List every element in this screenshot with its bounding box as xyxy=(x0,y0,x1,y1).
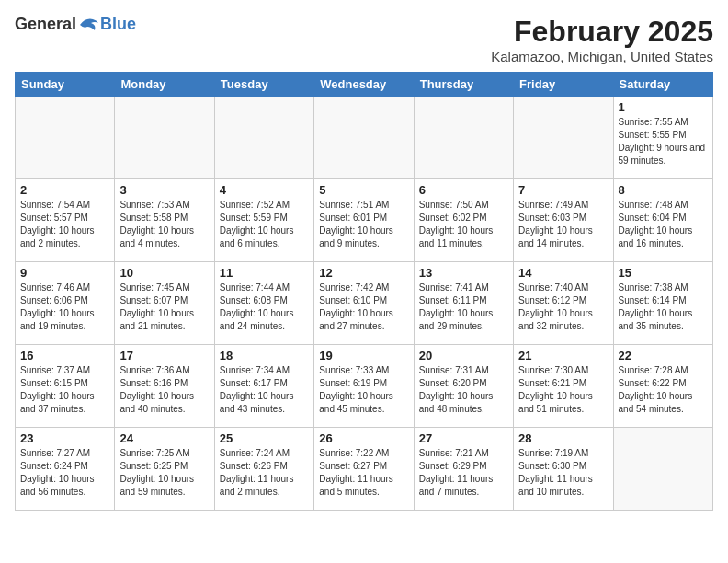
day-info: Sunrise: 7:31 AM Sunset: 6:20 PM Dayligh… xyxy=(419,364,508,416)
day-number: 13 xyxy=(419,266,508,280)
day-number: 2 xyxy=(20,183,109,197)
day-number: 16 xyxy=(20,349,109,362)
day-number: 15 xyxy=(619,266,708,280)
day-number: 5 xyxy=(319,183,408,197)
day-info: Sunrise: 7:28 AM Sunset: 6:22 PM Dayligh… xyxy=(619,364,708,416)
day-info: Sunrise: 7:37 AM Sunset: 6:15 PM Dayligh… xyxy=(20,364,109,416)
day-info: Sunrise: 7:24 AM Sunset: 6:26 PM Dayligh… xyxy=(220,447,309,499)
day-number: 9 xyxy=(20,266,109,280)
calendar-cell xyxy=(613,428,712,511)
day-info: Sunrise: 7:21 AM Sunset: 6:29 PM Dayligh… xyxy=(419,447,508,499)
calendar-cell: 19Sunrise: 7:33 AM Sunset: 6:19 PM Dayli… xyxy=(314,345,414,428)
logo: General Blue xyxy=(15,15,136,34)
day-info: Sunrise: 7:27 AM Sunset: 6:24 PM Dayligh… xyxy=(20,447,109,499)
calendar-cell: 27Sunrise: 7:21 AM Sunset: 6:29 PM Dayli… xyxy=(414,428,513,511)
calendar-cell xyxy=(214,97,313,179)
day-number: 19 xyxy=(319,349,408,362)
calendar-week-row-1: 1Sunrise: 7:55 AM Sunset: 5:55 PM Daylig… xyxy=(16,97,713,179)
day-number: 11 xyxy=(220,266,309,280)
calendar-cell: 16Sunrise: 7:37 AM Sunset: 6:15 PM Dayli… xyxy=(16,345,115,428)
weekday-header-saturday: Saturday xyxy=(613,73,712,97)
day-info: Sunrise: 7:55 AM Sunset: 5:55 PM Dayligh… xyxy=(619,116,708,167)
calendar-cell: 25Sunrise: 7:24 AM Sunset: 6:26 PM Dayli… xyxy=(214,428,313,511)
weekday-header-friday: Friday xyxy=(514,73,613,97)
day-info: Sunrise: 7:38 AM Sunset: 6:14 PM Dayligh… xyxy=(619,282,708,333)
calendar-cell: 6Sunrise: 7:50 AM Sunset: 6:02 PM Daylig… xyxy=(414,179,513,262)
day-number: 28 xyxy=(518,431,608,445)
day-number: 6 xyxy=(419,183,508,197)
calendar-cell: 20Sunrise: 7:31 AM Sunset: 6:20 PM Dayli… xyxy=(414,345,513,428)
calendar-cell: 28Sunrise: 7:19 AM Sunset: 6:30 PM Dayli… xyxy=(514,428,613,511)
day-number: 26 xyxy=(319,431,408,445)
weekday-header-tuesday: Tuesday xyxy=(214,73,313,97)
day-number: 7 xyxy=(518,183,608,197)
weekday-header-monday: Monday xyxy=(115,73,214,97)
calendar-cell: 2Sunrise: 7:54 AM Sunset: 5:57 PM Daylig… xyxy=(16,179,115,262)
calendar-cell: 15Sunrise: 7:38 AM Sunset: 6:14 PM Dayli… xyxy=(613,262,712,345)
calendar-cell: 14Sunrise: 7:40 AM Sunset: 6:12 PM Dayli… xyxy=(514,262,613,345)
day-info: Sunrise: 7:48 AM Sunset: 6:04 PM Dayligh… xyxy=(619,199,708,250)
day-info: Sunrise: 7:45 AM Sunset: 6:07 PM Dayligh… xyxy=(119,282,209,333)
day-info: Sunrise: 7:36 AM Sunset: 6:16 PM Dayligh… xyxy=(119,364,209,416)
calendar-cell: 7Sunrise: 7:49 AM Sunset: 6:03 PM Daylig… xyxy=(514,179,613,262)
calendar-cell xyxy=(115,97,214,179)
day-number: 8 xyxy=(619,183,708,197)
calendar-cell: 18Sunrise: 7:34 AM Sunset: 6:17 PM Dayli… xyxy=(214,345,313,428)
logo-bird-icon xyxy=(78,16,100,34)
day-number: 4 xyxy=(220,183,309,197)
day-number: 18 xyxy=(220,349,309,362)
calendar-cell: 4Sunrise: 7:52 AM Sunset: 5:59 PM Daylig… xyxy=(214,179,313,262)
calendar-cell xyxy=(314,97,414,179)
day-info: Sunrise: 7:54 AM Sunset: 5:57 PM Dayligh… xyxy=(20,199,109,250)
day-number: 17 xyxy=(119,349,209,362)
day-number: 1 xyxy=(619,100,708,114)
day-number: 12 xyxy=(319,266,408,280)
day-number: 10 xyxy=(119,266,209,280)
title-block: February 2025 Kalamazoo, Michigan, Unite… xyxy=(491,15,713,64)
calendar-cell: 9Sunrise: 7:46 AM Sunset: 6:06 PM Daylig… xyxy=(16,262,115,345)
weekday-header-row: SundayMondayTuesdayWednesdayThursdayFrid… xyxy=(16,73,713,97)
calendar-cell: 12Sunrise: 7:42 AM Sunset: 6:10 PM Dayli… xyxy=(314,262,414,345)
calendar-cell: 10Sunrise: 7:45 AM Sunset: 6:07 PM Dayli… xyxy=(115,262,214,345)
day-info: Sunrise: 7:52 AM Sunset: 5:59 PM Dayligh… xyxy=(220,199,309,250)
calendar-cell: 1Sunrise: 7:55 AM Sunset: 5:55 PM Daylig… xyxy=(613,97,712,179)
calendar-cell: 13Sunrise: 7:41 AM Sunset: 6:11 PM Dayli… xyxy=(414,262,513,345)
calendar-week-row-2: 2Sunrise: 7:54 AM Sunset: 5:57 PM Daylig… xyxy=(16,179,713,262)
logo-blue-text: Blue xyxy=(100,15,136,34)
weekday-header-wednesday: Wednesday xyxy=(314,73,414,97)
day-info: Sunrise: 7:25 AM Sunset: 6:25 PM Dayligh… xyxy=(119,447,209,499)
calendar-cell: 8Sunrise: 7:48 AM Sunset: 6:04 PM Daylig… xyxy=(613,179,712,262)
day-number: 14 xyxy=(518,266,608,280)
calendar-week-row-4: 16Sunrise: 7:37 AM Sunset: 6:15 PM Dayli… xyxy=(16,345,713,428)
calendar-cell: 11Sunrise: 7:44 AM Sunset: 6:08 PM Dayli… xyxy=(214,262,313,345)
day-info: Sunrise: 7:42 AM Sunset: 6:10 PM Dayligh… xyxy=(319,282,408,333)
calendar-week-row-5: 23Sunrise: 7:27 AM Sunset: 6:24 PM Dayli… xyxy=(16,428,713,511)
calendar-cell: 22Sunrise: 7:28 AM Sunset: 6:22 PM Dayli… xyxy=(613,345,712,428)
calendar-week-row-3: 9Sunrise: 7:46 AM Sunset: 6:06 PM Daylig… xyxy=(16,262,713,345)
day-info: Sunrise: 7:34 AM Sunset: 6:17 PM Dayligh… xyxy=(220,364,309,416)
calendar-cell xyxy=(414,97,513,179)
calendar-cell: 26Sunrise: 7:22 AM Sunset: 6:27 PM Dayli… xyxy=(314,428,414,511)
calendar-table: SundayMondayTuesdayWednesdayThursdayFrid… xyxy=(15,72,713,511)
calendar-cell: 17Sunrise: 7:36 AM Sunset: 6:16 PM Dayli… xyxy=(115,345,214,428)
day-info: Sunrise: 7:53 AM Sunset: 5:58 PM Dayligh… xyxy=(119,199,209,250)
day-info: Sunrise: 7:49 AM Sunset: 6:03 PM Dayligh… xyxy=(518,199,608,250)
day-info: Sunrise: 7:41 AM Sunset: 6:11 PM Dayligh… xyxy=(419,282,508,333)
page-title: February 2025 xyxy=(491,15,713,49)
day-info: Sunrise: 7:46 AM Sunset: 6:06 PM Dayligh… xyxy=(20,282,109,333)
logo-general-text: General xyxy=(15,15,76,34)
weekday-header-thursday: Thursday xyxy=(414,73,513,97)
calendar-cell: 24Sunrise: 7:25 AM Sunset: 6:25 PM Dayli… xyxy=(115,428,214,511)
day-info: Sunrise: 7:51 AM Sunset: 6:01 PM Dayligh… xyxy=(319,199,408,250)
day-info: Sunrise: 7:19 AM Sunset: 6:30 PM Dayligh… xyxy=(518,447,608,499)
day-info: Sunrise: 7:33 AM Sunset: 6:19 PM Dayligh… xyxy=(319,364,408,416)
day-number: 21 xyxy=(518,349,608,362)
day-info: Sunrise: 7:22 AM Sunset: 6:27 PM Dayligh… xyxy=(319,447,408,499)
calendar-cell: 21Sunrise: 7:30 AM Sunset: 6:21 PM Dayli… xyxy=(514,345,613,428)
day-number: 25 xyxy=(220,431,309,445)
day-number: 22 xyxy=(619,349,708,362)
day-info: Sunrise: 7:30 AM Sunset: 6:21 PM Dayligh… xyxy=(518,364,608,416)
day-info: Sunrise: 7:44 AM Sunset: 6:08 PM Dayligh… xyxy=(220,282,309,333)
calendar-cell: 23Sunrise: 7:27 AM Sunset: 6:24 PM Dayli… xyxy=(16,428,115,511)
calendar-cell: 3Sunrise: 7:53 AM Sunset: 5:58 PM Daylig… xyxy=(115,179,214,262)
